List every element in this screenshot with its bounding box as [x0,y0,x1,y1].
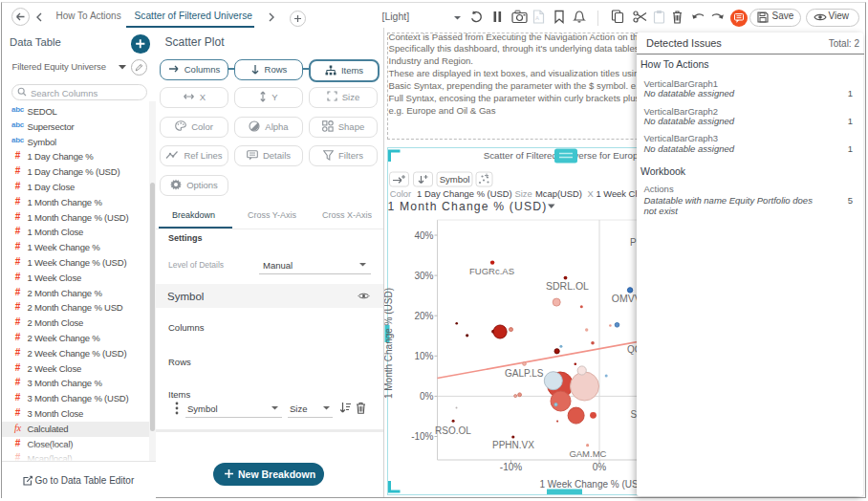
svg-text:PPHN.VX: PPHN.VX [492,440,534,450]
svg-text:40%: 40% [414,230,433,241]
svg-text:Symbol: Symbol [440,174,470,185]
svg-text:-10%: -10% [411,431,433,442]
svg-text:GAM.MC: GAM.MC [569,448,606,459]
svg-text:0%: 0% [593,462,607,472]
svg-text:20%: 20% [414,311,433,321]
svg-text:RSO.OL: RSO.OL [435,425,471,436]
svg-text:0%: 0% [420,391,434,402]
svg-text:SDRL.OL: SDRL.OL [546,280,589,292]
svg-text:1 Week Change % (USD): 1 Week Change % (USD) [540,479,649,490]
svg-text:FUGRc.AS: FUGRc.AS [469,266,514,276]
svg-text:1 Month Change % (USD): 1 Month Change % (USD) [384,288,394,399]
svg-text:-10%: -10% [500,462,522,472]
svg-text:10%: 10% [414,351,433,361]
svg-text:30%: 30% [414,271,433,281]
svg-text:GALP.LS: GALP.LS [505,368,544,379]
svg-text:A: A [535,15,539,21]
svg-text:1 Month Change % (USD): 1 Month Change % (USD) [388,200,548,213]
